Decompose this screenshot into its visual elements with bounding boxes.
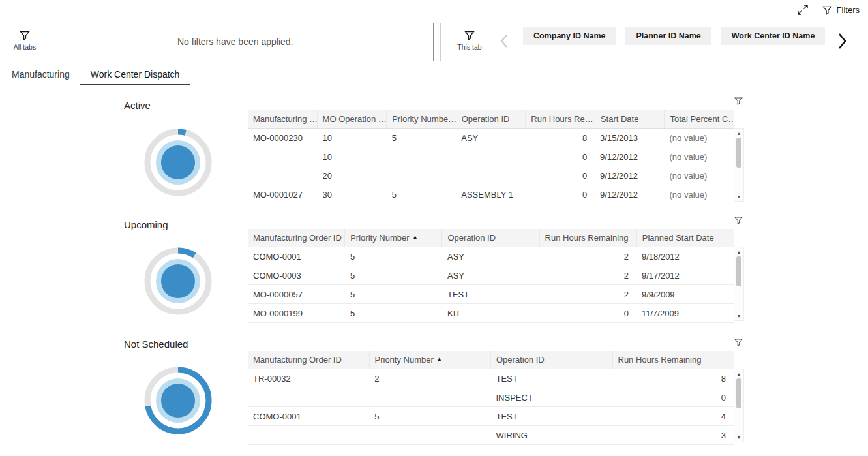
scrollbar-thumb[interactable]	[736, 138, 741, 168]
table-cell: 5	[387, 129, 456, 147]
table-row[interactable]: MO-00000575TEST29/9/2009	[248, 285, 734, 304]
chip-company-id-name[interactable]: Company ID Name	[523, 27, 616, 45]
table-cell: 4	[612, 407, 734, 425]
column-header[interactable]: Manufacturing …	[248, 110, 318, 128]
chip-work-center-id-name[interactable]: Work Center ID Name	[721, 27, 826, 45]
expand-icon	[798, 5, 808, 15]
column-header[interactable]: Manufacturing Order ID	[248, 229, 345, 247]
table-cell: 3/15/2013	[595, 129, 664, 147]
table-body: COMO-00015ASY29/18/2012COMO-00035ASY29/1…	[248, 247, 734, 323]
chips-scroll-left-button[interactable]	[500, 33, 508, 49]
gauge-inner-dot	[161, 384, 195, 418]
upcoming-table-scrollbar[interactable]: ▲ ▼	[734, 247, 744, 321]
filters-label: Filters	[837, 5, 860, 15]
table-cell	[456, 147, 525, 166]
table-cell: 20	[317, 166, 386, 185]
table-cell	[387, 166, 456, 185]
column-header[interactable]: Manufacturing Order ID	[248, 351, 370, 369]
column-header[interactable]: Start Date	[595, 110, 665, 128]
table-cell: 5	[345, 304, 442, 322]
table-cell: 2	[539, 285, 636, 303]
column-header[interactable]: Priority Number▲	[370, 351, 492, 369]
column-header[interactable]: Run Hours Remaining	[613, 351, 734, 369]
scroll-up-icon[interactable]: ▲	[734, 248, 743, 256]
column-header[interactable]: Total Percent C…	[665, 110, 734, 128]
table-row[interactable]: COMO-00035ASY29/17/2012	[248, 266, 734, 285]
pane-divider	[433, 23, 441, 61]
table-cell: MO-0000199	[248, 304, 345, 322]
table-cell: 2	[539, 266, 636, 284]
column-header[interactable]: Priority Numbe…	[387, 110, 456, 128]
table-cell: KIT	[442, 304, 539, 322]
column-header[interactable]: Operation ID	[442, 229, 539, 247]
table-row[interactable]: MO-00001995KIT011/7/2009	[248, 304, 734, 323]
table-cell: ASY	[442, 266, 539, 284]
scroll-down-icon[interactable]: ▼	[734, 433, 743, 441]
chip-planner-id-name[interactable]: Planner ID Name	[625, 27, 711, 45]
table-row[interactable]: TR-000322TEST8	[248, 369, 734, 388]
top-bar: Filters	[0, 0, 868, 20]
upcoming-filter-funnel-icon[interactable]	[734, 216, 743, 224]
table-header-row: Manufacturing Order IDPriority Number▲Op…	[248, 351, 734, 369]
table-cell: INSPECT	[491, 388, 612, 406]
not-scheduled-gauge-donut	[142, 364, 215, 437]
sort-ascending-icon: ▲	[413, 234, 418, 240]
upcoming-gauge-donut	[142, 245, 215, 318]
scroll-down-icon[interactable]: ▼	[734, 312, 743, 320]
all-tabs-funnel-icon	[20, 30, 30, 40]
table-row[interactable]: COMO-00015TEST4	[248, 407, 734, 426]
tab-work-center-dispatch[interactable]: Work Center Dispatch	[80, 65, 190, 85]
table-cell	[456, 166, 525, 185]
table-cell: WIRING	[491, 426, 612, 444]
table-cell: 0	[539, 304, 636, 322]
expand-button[interactable]	[798, 5, 808, 15]
table-cell: ASY	[442, 247, 539, 266]
table-row[interactable]: WIRING3	[248, 426, 734, 445]
column-header[interactable]: Planned Start Date	[637, 229, 734, 247]
table-row[interactable]: 1009/12/2012(no value)	[248, 147, 734, 166]
column-header[interactable]: MO Operation …	[318, 110, 387, 128]
table-cell: MO-0000057	[248, 285, 345, 303]
this-tab-filter-button[interactable]: This tab	[451, 30, 488, 51]
table-row[interactable]: MO-0001027305ASSEMBLY 109/12/2012(no val…	[248, 185, 734, 204]
table-header-row: Manufacturing Order IDPriority Number▲Op…	[248, 229, 734, 247]
scroll-down-icon[interactable]: ▼	[734, 192, 743, 200]
filters-button[interactable]: Filters	[822, 5, 860, 15]
this-tab-funnel-icon	[464, 30, 475, 40]
table-row[interactable]: COMO-00015ASY29/18/2012	[248, 247, 734, 266]
table-row[interactable]: 2009/12/2012(no value)	[248, 166, 734, 185]
scroll-up-icon[interactable]: ▲	[734, 370, 743, 378]
table-header-row: Manufacturing …MO Operation …Priority Nu…	[248, 110, 734, 129]
chevron-left-icon	[500, 33, 508, 49]
column-header[interactable]: Priority Number▲	[345, 229, 442, 247]
table-cell: 0	[526, 166, 595, 185]
table-cell: COMO-0003	[248, 266, 345, 284]
chips-scroll-right-button[interactable]	[837, 32, 847, 50]
scrollbar-thumb[interactable]	[736, 256, 741, 286]
tab-manufacturing[interactable]: Manufacturing	[1, 65, 80, 85]
no-filters-message: No filters have been applied.	[177, 37, 293, 47]
table-cell: 5	[369, 407, 490, 425]
table-cell: TEST	[491, 407, 612, 425]
table-row[interactable]: INSPECT0	[248, 388, 734, 407]
table-cell: 10	[317, 147, 386, 166]
column-header[interactable]: Run Hours Re…	[526, 110, 595, 128]
sort-ascending-icon: ▲	[437, 356, 442, 362]
not-scheduled-table-scrollbar[interactable]: ▲ ▼	[734, 369, 744, 442]
column-header[interactable]: Operation ID	[491, 351, 613, 369]
table-cell: MO-0001027	[248, 185, 317, 204]
active-table-scrollbar[interactable]: ▲ ▼	[734, 128, 744, 202]
column-header[interactable]: Operation ID	[456, 110, 526, 128]
table-cell: 9/18/2012	[636, 247, 734, 266]
table-cell	[248, 166, 317, 185]
active-filter-funnel-icon[interactable]	[734, 97, 743, 105]
table-body: TR-000322TEST8INSPECT0COMO-00015TEST4WIR…	[248, 369, 734, 445]
table-cell: ASY	[456, 129, 525, 147]
column-header[interactable]: Run Hours Remaining	[540, 229, 637, 247]
active-table: Manufacturing …MO Operation …Priority Nu…	[248, 110, 734, 204]
scroll-up-icon[interactable]: ▲	[734, 129, 743, 137]
all-tabs-filter-button[interactable]: All tabs	[7, 30, 43, 51]
not-scheduled-filter-funnel-icon[interactable]	[734, 338, 743, 346]
table-row[interactable]: MO-0000230105ASY83/15/2013(no value)	[248, 129, 734, 147]
scrollbar-thumb[interactable]	[736, 378, 741, 408]
